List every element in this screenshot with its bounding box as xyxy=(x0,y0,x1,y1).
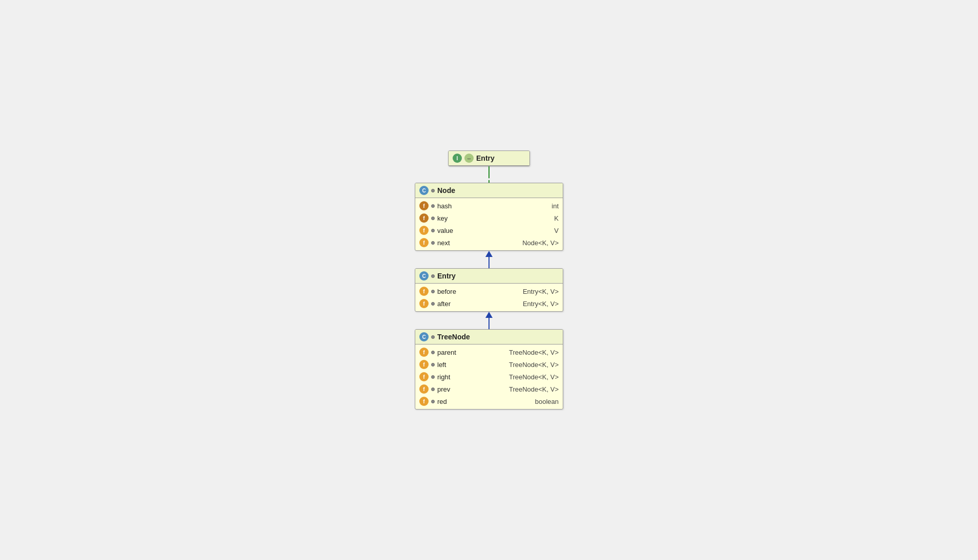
node-row-next: f next Node<K, V> xyxy=(415,236,563,249)
treenode-prev-dot xyxy=(431,387,435,391)
node-row-key: f key K xyxy=(415,212,563,224)
node-value-type: V xyxy=(554,227,559,234)
arrow-entry-to-treenode xyxy=(485,312,493,329)
node-hash-icon: f xyxy=(419,201,429,210)
entry-mid-class-icon: C xyxy=(419,271,429,281)
treenode-right-name: right xyxy=(437,373,506,381)
entry-mid-before-name: before xyxy=(437,288,520,295)
entry-top-icon2: ↔ xyxy=(464,154,474,163)
treenode-red-name: red xyxy=(437,398,533,405)
node-next-dot xyxy=(431,241,435,245)
treenode-right-icon: f xyxy=(419,372,429,381)
entry-top-box: I ↔ Entry xyxy=(448,150,530,166)
class-diagram: I ↔ Entry C Node f hash int f key xyxy=(397,150,581,410)
treenode-row-red: f red boolean xyxy=(415,395,563,407)
entry-mid-after-icon: f xyxy=(419,299,429,308)
node-class-icon: C xyxy=(419,186,429,195)
treenode-header: C TreeNode xyxy=(415,330,563,344)
svg-marker-1 xyxy=(485,312,493,318)
entry-mid-dot xyxy=(431,274,435,278)
treenode-parent-dot xyxy=(431,351,435,354)
treenode-dot xyxy=(431,335,435,339)
node-value-icon: f xyxy=(419,226,429,235)
entry-mid-row-after: f after Entry<K, V> xyxy=(415,297,563,310)
node-box: C Node f hash int f key K f value V xyxy=(415,183,563,251)
entry-mid-label: Entry xyxy=(437,272,456,280)
treenode-label: TreeNode xyxy=(437,333,470,341)
treenode-prev-name: prev xyxy=(437,385,506,393)
node-hash-name: hash xyxy=(437,202,549,210)
treenode-red-type: boolean xyxy=(535,398,559,405)
arrow-dashed-1 xyxy=(488,176,490,183)
arrow-line-1 xyxy=(488,166,490,176)
entry-top-icon: I xyxy=(453,154,462,163)
treenode-left-name: left xyxy=(437,361,506,369)
node-key-type: K xyxy=(554,214,559,222)
node-key-dot xyxy=(431,217,435,220)
entry-mid-after-type: Entry<K, V> xyxy=(523,300,559,308)
treenode-parent-icon: f xyxy=(419,348,429,357)
treenode-body: f parent TreeNode<K, V> f left TreeNode<… xyxy=(415,344,563,409)
node-body: f hash int f key K f value V f next xyxy=(415,198,563,250)
svg-marker-0 xyxy=(485,251,493,257)
entry-top-header: I ↔ Entry xyxy=(449,151,529,166)
entry-mid-body: f before Entry<K, V> f after Entry<K, V> xyxy=(415,284,563,311)
treenode-row-prev: f prev TreeNode<K, V> xyxy=(415,383,563,395)
treenode-class-icon: C xyxy=(419,332,429,341)
arrow-line-2 xyxy=(488,257,490,268)
node-hash-type: int xyxy=(551,202,559,210)
treenode-row-left: f left TreeNode<K, V> xyxy=(415,358,563,371)
node-key-name: key xyxy=(437,214,551,222)
arrow-node-to-entry xyxy=(485,251,493,268)
entry-mid-after-dot xyxy=(431,302,435,306)
node-row-value: f value V xyxy=(415,224,563,236)
treenode-red-icon: f xyxy=(419,397,429,406)
node-hash-dot xyxy=(431,204,435,208)
node-next-name: next xyxy=(437,239,520,247)
treenode-prev-icon: f xyxy=(419,384,429,394)
treenode-right-type: TreeNode<K, V> xyxy=(509,373,559,381)
arrowhead-svg-2 xyxy=(485,312,493,318)
node-next-icon: f xyxy=(419,238,429,247)
node-dot xyxy=(431,189,435,192)
node-row-hash: f hash int xyxy=(415,200,563,212)
entry-mid-before-type: Entry<K, V> xyxy=(523,288,559,295)
node-label: Node xyxy=(437,186,455,195)
treenode-prev-type: TreeNode<K, V> xyxy=(509,385,559,393)
node-key-icon: f xyxy=(419,213,429,223)
entry-mid-row-before: f before Entry<K, V> xyxy=(415,285,563,297)
node-value-dot xyxy=(431,229,435,232)
treenode-left-type: TreeNode<K, V> xyxy=(509,361,559,369)
entry-mid-box: C Entry f before Entry<K, V> f after Ent… xyxy=(415,268,563,312)
treenode-right-dot xyxy=(431,375,435,379)
arrow-entry-to-node xyxy=(488,166,490,183)
treenode-red-dot xyxy=(431,400,435,403)
treenode-parent-type: TreeNode<K, V> xyxy=(509,349,559,356)
treenode-left-dot xyxy=(431,363,435,367)
entry-mid-before-dot xyxy=(431,290,435,293)
entry-mid-before-icon: f xyxy=(419,287,429,296)
treenode-row-parent: f parent TreeNode<K, V> xyxy=(415,346,563,358)
arrow-line-3 xyxy=(488,318,490,329)
treenode-box: C TreeNode f parent TreeNode<K, V> f lef… xyxy=(415,329,563,410)
treenode-row-right: f right TreeNode<K, V> xyxy=(415,371,563,383)
arrowhead-svg-1 xyxy=(485,251,493,257)
entry-top-label: Entry xyxy=(476,154,495,162)
node-next-type: Node<K, V> xyxy=(522,239,559,247)
entry-mid-after-name: after xyxy=(437,300,520,308)
treenode-parent-name: parent xyxy=(437,349,506,356)
node-value-name: value xyxy=(437,227,551,234)
node-header: C Node xyxy=(415,183,563,198)
treenode-left-icon: f xyxy=(419,360,429,369)
entry-mid-header: C Entry xyxy=(415,269,563,284)
